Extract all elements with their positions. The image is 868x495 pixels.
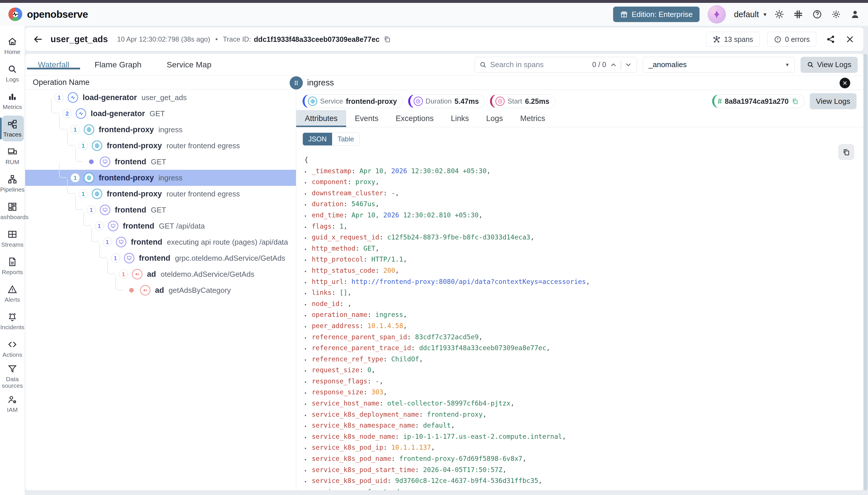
collapse-caret-icon[interactable]: ▾ (304, 487, 312, 491)
toggle-json[interactable]: JSON (303, 133, 332, 146)
collapse-caret-icon[interactable]: ▾ (304, 277, 312, 288)
attribute-row[interactable]: ▾flags: 1, (304, 221, 835, 232)
organization-selector[interactable]: default ▾ (734, 10, 766, 19)
attribute-row[interactable]: ▾response_size: 303, (304, 387, 835, 398)
attribute-row[interactable]: ▾_timestamp: Apr 10, 2026 12:30:02.804 +… (304, 166, 835, 177)
collapse-caret-icon[interactable]: ▾ (304, 332, 312, 344)
sidebar-item-iam[interactable]: IAM (0, 390, 25, 417)
span-row[interactable]: 1adoteldemo.AdService/GetAds (25, 266, 296, 282)
collapse-caret-icon[interactable]: ▾ (304, 476, 312, 487)
copy-trace-id-icon[interactable] (383, 36, 391, 43)
attribute-row[interactable]: ▾service_k8s_pod_name: frontend-proxy-67… (304, 453, 835, 464)
collapse-caret-icon[interactable]: ▾ (304, 299, 312, 310)
attribute-row[interactable]: ▾peer_address: 10.1.4.58, (304, 320, 835, 331)
sidebar-item-reports[interactable]: Reports (0, 252, 25, 280)
span-row[interactable]: 1frontendgrpc.oteldemo.AdService/GetAds (25, 250, 296, 266)
next-match-chevron-down-icon[interactable] (625, 61, 632, 69)
detail-tab-events[interactable]: Events (346, 110, 387, 127)
collapse-caret-icon[interactable]: ▾ (304, 244, 312, 255)
collapse-caret-icon[interactable]: ▾ (304, 288, 312, 299)
span-row[interactable]: 1load-generatoruser_get_ads (25, 89, 296, 105)
collapse-caret-icon[interactable]: ▾ (304, 177, 312, 188)
attribute-row[interactable]: ▾reference_ref_type: ChildOf, (304, 354, 835, 365)
sidebar-item-alerts[interactable]: Alerts (0, 280, 25, 307)
attribute-row[interactable]: ▾service_k8s_pod_ip: 10.1.1.137, (304, 442, 835, 453)
ai-assistant-button[interactable] (707, 5, 726, 23)
collapse-caret-icon[interactable]: ▾ (304, 310, 312, 321)
collapse-caret-icon[interactable]: ▾ (304, 443, 312, 454)
theme-toggle-icon[interactable] (774, 10, 784, 19)
attribute-row[interactable]: ▾downstream_cluster: -, (304, 188, 835, 199)
tab-flame-graph[interactable]: Flame Graph (82, 60, 154, 69)
sidebar-item-incidents[interactable]: Incidents (0, 307, 25, 335)
collapse-caret-icon[interactable]: ▾ (304, 432, 312, 443)
span-row[interactable]: adgetAdsByCategory (25, 282, 296, 298)
span-row[interactable]: 1frontendGET (25, 202, 296, 218)
stream-selector[interactable]: _anomalies ▾ (643, 57, 795, 73)
collapse-caret-icon[interactable]: ▾ (304, 233, 312, 244)
copy-span-id-icon[interactable] (792, 98, 799, 105)
detail-tab-metrics[interactable]: Metrics (511, 110, 554, 127)
attribute-row[interactable]: ▾reference_parent_span_id: 83cdf7c372acd… (304, 331, 835, 343)
collapse-caret-icon[interactable]: ▾ (304, 377, 312, 388)
collapse-caret-icon[interactable]: ▾ (304, 188, 312, 200)
span-view-logs-button[interactable]: View Logs (810, 93, 857, 109)
sidebar-item-traces[interactable]: Traces (0, 115, 25, 142)
view-logs-button[interactable]: View Logs (801, 57, 858, 73)
tab-service-map[interactable]: Service Map (154, 60, 224, 69)
collapse-caret-icon[interactable]: ▾ (304, 222, 312, 233)
settings-gear-icon[interactable] (831, 10, 841, 19)
attribute-row[interactable]: ▾http_method: GET, (304, 243, 835, 254)
toggle-table[interactable]: Table (332, 133, 359, 146)
collapse-caret-icon[interactable]: ▾ (304, 454, 312, 465)
prev-match-chevron-up-icon[interactable] (610, 61, 617, 69)
attribute-row[interactable]: ▾service_k8s_pod_uid: 9d3760c8-12ce-4637… (304, 475, 835, 487)
attribute-row[interactable]: ▾service_name: frontend-proxy, (304, 487, 835, 491)
detail-tab-links[interactable]: Links (442, 110, 478, 127)
copy-attributes-button[interactable] (838, 144, 854, 160)
sidebar-item-dashboards[interactable]: Dashboards (0, 197, 25, 225)
attribute-row[interactable]: ▾request_size: 0, (304, 364, 835, 376)
attribute-row[interactable]: ▾service_host_name: otel-collector-58997… (304, 398, 835, 409)
collapse-caret-icon[interactable]: ▾ (304, 210, 312, 222)
collapse-caret-icon[interactable]: ▾ (304, 266, 312, 277)
search-in-spans-input[interactable] (490, 60, 589, 69)
collapse-caret-icon[interactable]: ▾ (304, 410, 312, 421)
tab-waterfall[interactable]: Waterfall (25, 60, 82, 69)
attribute-row[interactable]: ▾http_status_code: 200, (304, 265, 835, 276)
sidebar-item-rum[interactable]: RUM (0, 142, 25, 170)
span-row[interactable]: 1frontend-proxyrouter frontend egress (25, 138, 296, 154)
sidebar-item-streams[interactable]: Streams (0, 225, 25, 252)
detail-tab-logs[interactable]: Logs (478, 110, 512, 127)
collapse-caret-icon[interactable]: ▾ (304, 465, 312, 476)
attribute-row[interactable]: ▾http_protocol: HTTP/1.1, (304, 254, 835, 265)
detail-tab-attributes[interactable]: Attributes (296, 110, 346, 127)
panel-resize-handle[interactable] (290, 76, 303, 89)
attribute-row[interactable]: ▾component: proxy, (304, 176, 835, 188)
close-trace-icon[interactable] (846, 35, 854, 44)
attribute-row[interactable]: ▾node_id: , (304, 298, 835, 309)
attribute-row[interactable]: ▾operation_name: ingress, (304, 309, 835, 320)
sidebar-item-home[interactable]: Home (0, 32, 25, 59)
collapse-caret-icon[interactable]: ▾ (304, 166, 312, 177)
collapse-caret-icon[interactable]: ▾ (304, 388, 312, 399)
help-icon[interactable] (812, 10, 822, 19)
attribute-row[interactable]: ▾duration: 5467us, (304, 199, 835, 210)
back-arrow-icon[interactable] (33, 34, 43, 45)
openobserve-logo[interactable]: openobserve (8, 7, 88, 22)
attribute-row[interactable]: ▾service_k8s_deployment_name: frontend-p… (304, 409, 835, 420)
user-profile-icon[interactable] (850, 10, 860, 19)
attribute-row[interactable]: ▾service_k8s_pod_start_time: 2026-04-05T… (304, 464, 835, 476)
span-row[interactable]: 1frontendexecuting api route (pages) /ap… (25, 234, 296, 250)
detail-tab-exceptions[interactable]: Exceptions (387, 110, 442, 127)
span-row[interactable]: 1frontendGET /api/data (25, 218, 296, 234)
attribute-row[interactable]: ▾end_time: Apr 10, 2026 12:30:02.810 +05… (304, 210, 835, 221)
collapse-caret-icon[interactable]: ▾ (304, 365, 312, 377)
attribute-row[interactable]: ▾service_k8s_node_name: ip-10-1-1-177.us… (304, 431, 835, 442)
collapse-caret-icon[interactable]: ▾ (304, 421, 312, 432)
span-row[interactable]: 1frontend-proxyingress (25, 170, 296, 186)
attribute-row[interactable]: ▾reference_parent_trace_id: ddc1f1933f48… (304, 342, 835, 354)
sidebar-item-actions[interactable]: Actions (0, 335, 25, 362)
sidebar-item-data-sources[interactable]: Data sources (0, 362, 25, 390)
collapse-caret-icon[interactable]: ▾ (304, 343, 312, 355)
